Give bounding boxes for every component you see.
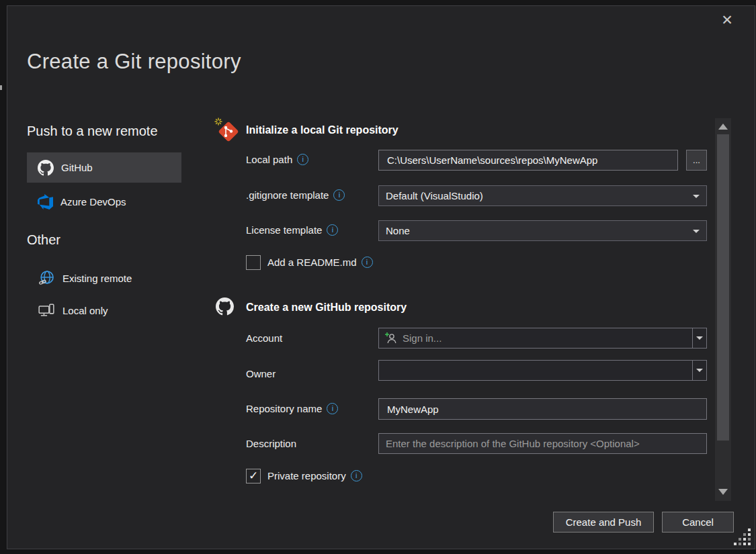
push-to-new-remote-heading: Push to a new remote (27, 124, 158, 139)
chevron-down-icon (696, 336, 703, 340)
owner-label: Owner (246, 368, 276, 379)
add-readme-label: Add a README.md i (267, 257, 373, 268)
sidebar-item-azure-devops[interactable]: Azure DevOps (27, 188, 181, 215)
sidebar-item-label: Existing remote (62, 273, 132, 284)
account-dropdown-button[interactable] (692, 328, 706, 348)
repository-name-label: Repository name i (246, 403, 338, 414)
sidebar-item-label: Local only (62, 305, 108, 316)
sidebar-item-label: Azure DevOps (60, 196, 126, 207)
local-path-label: Local path i (246, 154, 308, 165)
other-heading: Other (27, 232, 60, 248)
license-template-dropdown[interactable]: None (378, 220, 707, 241)
description-input[interactable] (378, 433, 707, 454)
github-section-heading: Create a new GitHub repository (246, 302, 407, 314)
owner-dropdown-button[interactable] (692, 361, 706, 380)
gitignore-template-dropdown[interactable]: Default (VisualStudio) (378, 185, 707, 206)
dialog-title: Create a Git repository (27, 50, 241, 74)
info-icon[interactable]: i (327, 224, 338, 236)
browse-button[interactable]: ... (686, 150, 707, 171)
local-computer-icon (38, 302, 55, 319)
close-button[interactable]: ✕ (714, 8, 741, 32)
scroll-up-icon[interactable] (718, 124, 728, 130)
private-repository-label: Private repository i (267, 470, 362, 481)
sidebar-item-existing-remote[interactable]: Existing remote (27, 265, 181, 291)
gitignore-template-label: .gitignore template i (246, 189, 345, 201)
account-label: Account (246, 332, 282, 344)
create-and-push-button[interactable]: Create and Push (553, 512, 654, 533)
chevron-down-icon (696, 369, 703, 372)
owner-combobox[interactable] (378, 360, 707, 381)
info-icon[interactable]: i (327, 403, 338, 414)
chevron-down-icon (693, 230, 700, 233)
sidebar-item-github[interactable]: GitHub (27, 152, 181, 183)
info-icon[interactable]: i (351, 470, 362, 481)
private-repository-checkbox[interactable]: ✓ (246, 469, 261, 483)
screen: ✕ Create a Git repository Push to a new … (0, 0, 756, 554)
cancel-button[interactable]: Cancel (662, 512, 734, 533)
git-init-icon (214, 117, 241, 144)
scroll-down-icon[interactable] (718, 489, 728, 495)
add-user-icon (384, 332, 397, 344)
github-icon (216, 297, 234, 316)
init-section-heading: Initialize a local Git repository (246, 124, 398, 136)
repository-name-input[interactable] (378, 398, 707, 420)
add-readme-checkbox[interactable] (246, 255, 261, 270)
sign-in-text: Sign in... (403, 332, 442, 344)
github-icon (38, 160, 54, 176)
globe-remote-icon (38, 269, 55, 287)
chevron-down-icon (693, 195, 700, 198)
info-icon[interactable]: i (333, 189, 345, 201)
account-combobox[interactable]: Sign in... (378, 328, 707, 349)
sidebar-item-local-only[interactable]: Local only (27, 297, 181, 324)
sidebar-item-label: GitHub (61, 162, 93, 173)
local-path-input[interactable] (378, 150, 678, 171)
scrollbar-thumb[interactable] (717, 134, 729, 441)
edge-mark (0, 85, 2, 90)
info-icon[interactable]: i (297, 154, 308, 165)
azure-devops-icon (38, 194, 53, 210)
description-label: Description (246, 438, 296, 449)
resize-grip-icon[interactable] (734, 528, 752, 547)
license-template-label: License template i (246, 224, 338, 236)
vertical-scrollbar[interactable] (715, 118, 731, 501)
info-icon[interactable]: i (362, 257, 373, 268)
